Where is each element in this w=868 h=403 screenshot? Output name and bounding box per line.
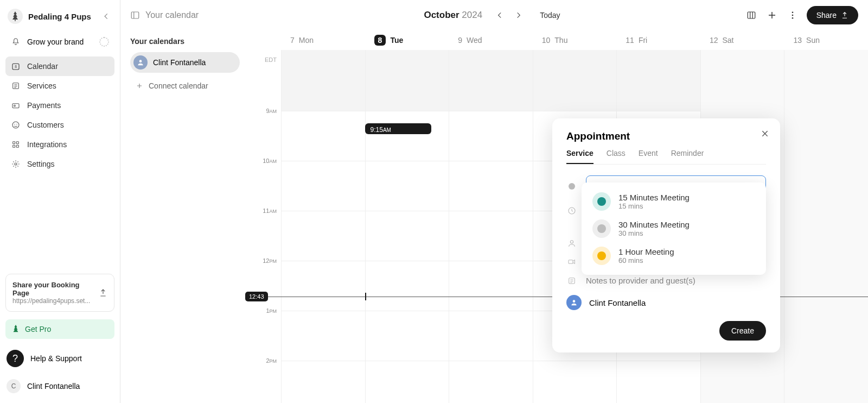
- close-button[interactable]: [761, 129, 769, 138]
- calendars-title: Your calendars: [130, 37, 240, 46]
- sidebar-item-label: Services: [27, 81, 56, 90]
- day-header[interactable]: 13Sun: [784, 30, 868, 50]
- svg-point-16: [792, 15, 793, 16]
- panel-icon[interactable]: [130, 10, 140, 20]
- connect-calendar-label: Connect calendar: [149, 81, 208, 90]
- svg-point-7: [16, 124, 17, 124]
- tab-service[interactable]: Service: [566, 149, 593, 164]
- time-label: 1PM: [266, 307, 277, 314]
- sidebar-item-label: Customers: [27, 121, 64, 129]
- sidebar-item-label: Integrations: [27, 140, 67, 149]
- time-label: 9AM: [266, 108, 277, 114]
- share-label: Share: [816, 11, 837, 20]
- clock-icon: [566, 206, 577, 215]
- service-dropdown: 15 Minutes Meeting15 mins30 Minutes Meet…: [582, 182, 766, 275]
- connect-calendar-button[interactable]: Connect calendar: [130, 77, 240, 95]
- host-avatar: [566, 295, 582, 310]
- plus-icon: [136, 82, 143, 90]
- list-icon: [11, 81, 21, 91]
- grow-brand-link[interactable]: Grow your brand: [27, 37, 84, 46]
- today-button[interactable]: Today: [535, 9, 564, 22]
- svg-point-15: [792, 11, 793, 13]
- gear-icon: [11, 159, 21, 169]
- day-header[interactable]: 7Mon: [281, 30, 365, 50]
- day-header[interactable]: 9Wed: [449, 30, 533, 50]
- service-option[interactable]: 15 Minutes Meeting15 mins: [587, 188, 761, 215]
- add-button[interactable]: [765, 9, 778, 22]
- share-button[interactable]: Share: [807, 6, 858, 24]
- svg-rect-8: [13, 142, 15, 144]
- loading-spinner-icon: [99, 37, 109, 47]
- tree-icon: [11, 11, 19, 21]
- share-booking-card[interactable]: Share your Booking Page https://pedaling…: [5, 274, 114, 312]
- tab-event[interactable]: Event: [639, 149, 658, 164]
- svg-point-12: [15, 163, 17, 165]
- svg-point-5: [12, 122, 19, 128]
- svg-rect-3: [12, 104, 19, 108]
- sidebar-item-label: Settings: [27, 160, 55, 168]
- time-label: 2PM: [266, 357, 277, 364]
- sidebar-item-integrations[interactable]: Integrations: [5, 135, 114, 154]
- timezone-label: EDT: [265, 56, 277, 63]
- day-column[interactable]: [784, 50, 868, 403]
- svg-text:8: 8: [15, 65, 17, 68]
- calendar-event[interactable]: 9:15AM: [365, 123, 431, 134]
- page-title: Your calendar: [145, 10, 199, 20]
- sidebar-item-payments[interactable]: Payments: [5, 96, 114, 115]
- time-label: 10AM: [263, 158, 277, 164]
- help-support-button[interactable]: ? Help & Support: [5, 347, 114, 370]
- day-column[interactable]: [281, 50, 365, 403]
- collapse-sidebar-button[interactable]: [100, 10, 112, 22]
- next-week-button[interactable]: [510, 8, 526, 23]
- host-name: Clint Fontanella: [589, 298, 646, 307]
- day-header[interactable]: 10Thu: [533, 30, 617, 50]
- svg-rect-22: [569, 260, 573, 264]
- day-header[interactable]: 11Fri: [616, 30, 700, 50]
- sidebar: Pedaling 4 Pups Grow your brand 8 Calend…: [0, 0, 120, 403]
- service-option[interactable]: 30 Minutes Meeting30 mins: [587, 215, 761, 242]
- sidebar-item-settings[interactable]: Settings: [5, 154, 114, 174]
- month-label[interactable]: October 2024: [424, 10, 482, 21]
- plus-icon: [767, 10, 777, 20]
- get-pro-button[interactable]: Get Pro: [5, 319, 114, 339]
- create-button[interactable]: Create: [719, 321, 766, 341]
- day-column[interactable]: [449, 50, 533, 403]
- calendars-panel: Your calendars Clint Fontanella Connect …: [120, 30, 245, 403]
- day-header[interactable]: 12Sat: [700, 30, 784, 50]
- sidebar-item-customers[interactable]: Customers: [5, 115, 114, 135]
- smile-icon: [11, 120, 21, 130]
- user-name: Clint Fontanella: [27, 382, 80, 391]
- sidebar-item-calendar[interactable]: 8 Calendar: [5, 56, 114, 76]
- video-icon: [566, 257, 577, 266]
- upload-icon: [99, 288, 107, 297]
- more-menu-button[interactable]: [786, 9, 799, 22]
- tab-class[interactable]: Class: [607, 149, 626, 164]
- sidebar-item-label: Calendar: [27, 62, 58, 71]
- svg-point-18: [139, 60, 142, 62]
- more-vertical-icon: [788, 10, 797, 20]
- svg-rect-9: [16, 142, 18, 144]
- service-option[interactable]: 1 Hour Meeting60 mins: [587, 242, 761, 269]
- calendar-icon: 8: [11, 61, 21, 71]
- brand-avatar: [8, 9, 23, 24]
- share-booking-title: Share your Booking Page: [12, 281, 93, 297]
- grid-icon: [11, 140, 21, 149]
- help-label: Help & Support: [30, 354, 82, 363]
- sidebar-item-services[interactable]: Services: [5, 76, 114, 96]
- prev-week-button[interactable]: [492, 8, 507, 23]
- svg-point-19: [569, 183, 575, 190]
- person-icon: [133, 55, 148, 70]
- day-header[interactable]: 8Tue: [365, 30, 449, 50]
- payment-icon: [11, 100, 21, 110]
- tab-reminder[interactable]: Reminder: [671, 149, 704, 164]
- notes-input[interactable]: Notes to provider and guest(s): [586, 276, 766, 285]
- user-menu[interactable]: C Clint Fontanella: [5, 377, 114, 395]
- day-column[interactable]: [365, 50, 449, 403]
- calendar-owner-chip[interactable]: Clint Fontanella: [130, 52, 240, 73]
- columns-icon[interactable]: [745, 9, 758, 22]
- calendar-owner-name: Clint Fontanella: [153, 58, 206, 67]
- popup-title: Appointment: [566, 130, 766, 142]
- svg-rect-14: [748, 12, 755, 18]
- user-avatar: C: [7, 379, 21, 393]
- brand-name[interactable]: Pedaling 4 Pups: [28, 12, 95, 21]
